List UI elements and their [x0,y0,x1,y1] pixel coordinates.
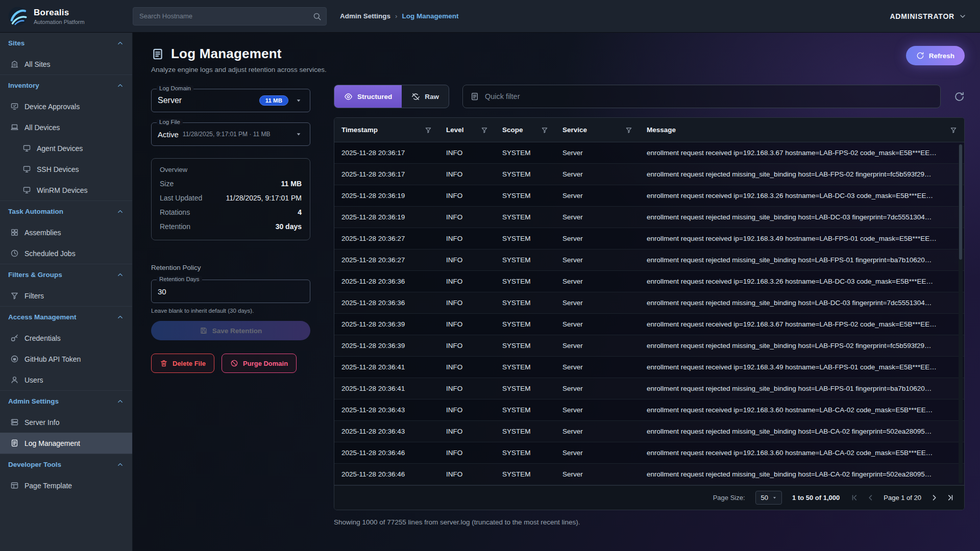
brand-name: Borealis [34,8,85,18]
log-row[interactable]: 2025-11-28 20:36:43 INFO SYSTEM Server e… [334,399,964,421]
purge-domain-button[interactable]: Purge Domain [222,354,297,373]
log-scope: SYSTEM [495,192,555,199]
caret-down-icon [293,95,304,106]
eye-off-icon [411,92,420,101]
filter-icon[interactable] [950,127,957,134]
log-level: INFO [439,363,495,371]
sidebar-section-task-automation[interactable]: Task Automation [0,201,132,222]
quick-filter-input[interactable] [485,92,933,101]
first-page-button[interactable] [850,493,860,503]
sidebar-item-label: GitHub API Token [24,355,81,363]
log-service: Server [555,385,640,392]
filter-icon[interactable] [625,127,632,134]
sidebar-item-credentials[interactable]: Credentials [0,328,132,348]
log-row[interactable]: 2025-11-28 20:36:36 INFO SYSTEM Server e… [334,271,964,292]
table-scrollbar[interactable] [959,144,963,484]
sidebar-item-github-api-token[interactable]: GitHub API Token [0,348,132,369]
save-retention-button[interactable]: Save Retention [151,321,310,340]
column-header-timestamp[interactable]: Timestamp [334,118,439,142]
page-title: Log Management [171,46,282,62]
log-row[interactable]: 2025-11-28 20:36:46 INFO SYSTEM Server e… [334,464,964,485]
log-row[interactable]: 2025-11-28 20:36:39 INFO SYSTEM Server e… [334,335,964,357]
sidebar-item-agent-devices[interactable]: Agent Devices [0,138,132,159]
log-row[interactable]: 2025-11-28 20:36:41 INFO SYSTEM Server e… [334,357,964,378]
log-row[interactable]: 2025-11-28 20:36:41 INFO SYSTEM Server e… [334,378,964,399]
retention-days-input[interactable] [158,287,304,296]
breadcrumb-admin-settings[interactable]: Admin Settings [340,12,390,20]
log-row[interactable]: 2025-11-28 20:36:19 INFO SYSTEM Server e… [334,185,964,207]
log-scope: SYSTEM [495,449,555,457]
sidebar-item-device-approvals[interactable]: Device Approvals [0,96,132,117]
sidebar-item-scheduled-jobs[interactable]: Scheduled Jobs [0,243,132,264]
log-row[interactable]: 2025-11-28 20:36:27 INFO SYSTEM Server e… [334,249,964,271]
last-page-button[interactable] [945,493,955,503]
log-row[interactable]: 2025-11-28 20:36:17 INFO SYSTEM Server e… [334,164,964,185]
log-domain-select[interactable]: Log Domain Server 11 MB [151,89,310,112]
sidebar-section-items: All Sites [0,54,132,74]
sidebar-section-developer-tools[interactable]: Developer Tools [0,454,132,475]
page-size-select[interactable]: 50 [755,491,782,505]
sidebar-item-all-sites[interactable]: All Sites [0,54,132,74]
chevron-down-icon [959,12,967,20]
column-header-level[interactable]: Level [439,118,495,142]
filter-icon[interactable] [481,127,488,134]
column-header-scope[interactable]: Scope [495,118,555,142]
delete-file-button[interactable]: Delete File [151,354,214,373]
log-row[interactable]: 2025-11-28 20:36:19 INFO SYSTEM Server e… [334,207,964,228]
sidebar-item-all-devices[interactable]: All Devices [0,117,132,138]
brand[interactable]: Borealis Automation Platform [7,6,127,27]
log-file-select[interactable]: Log File Active 11/28/2025, 9:17:01 PM ·… [151,122,310,146]
sidebar-section: Admin Settings Server Info Log Managemen… [0,390,132,454]
structured-view-button[interactable]: Structured [334,85,402,108]
sidebar-section-admin-settings[interactable]: Admin Settings [0,390,132,412]
log-row[interactable]: 2025-11-28 20:36:43 INFO SYSTEM Server e… [334,421,964,442]
log-level: INFO [439,213,495,221]
overview-row-last-updated: Last Updated 11/28/2025, 9:17:01 PM [160,194,302,202]
column-header-message[interactable]: Message [640,118,964,142]
log-scope: SYSTEM [495,256,555,264]
raw-view-button[interactable]: Raw [402,85,449,108]
sidebar-item-filters[interactable]: Filters [0,285,132,306]
breadcrumb-separator: › [395,12,398,20]
filter-icon[interactable] [425,127,432,134]
save-icon [200,327,208,335]
retention-days-field[interactable]: Retention Days [151,280,310,303]
log-row[interactable]: 2025-11-28 20:36:17 INFO SYSTEM Server e… [334,142,964,164]
retention-helper-text: Leave blank to inherit default (30 days)… [151,308,310,314]
borealis-logo-icon [7,6,29,27]
sidebar-nav: Sites All Sites Inventory Device Approva… [0,33,133,551]
column-header-service[interactable]: Service [555,118,640,142]
log-row[interactable]: 2025-11-28 20:36:36 INFO SYSTEM Server e… [334,292,964,314]
sidebar-item-users[interactable]: Users [0,369,132,390]
sidebar-item-log-management[interactable]: Log Management [0,433,132,454]
sidebar-section-label: Admin Settings [8,397,59,405]
log-row[interactable]: 2025-11-28 20:36:39 INFO SYSTEM Server e… [334,314,964,335]
search-input[interactable] [133,7,327,26]
filter-icon[interactable] [541,127,548,134]
log-service: Server [555,299,640,307]
sidebar-section-filters-groups[interactable]: Filters & Groups [0,264,132,285]
last-page-icon [945,493,955,503]
log-row[interactable]: 2025-11-28 20:36:46 INFO SYSTEM Server e… [334,442,964,464]
breadcrumb-log-management[interactable]: Log Management [402,12,459,20]
log-service: Server [555,235,640,242]
sidebar-section-inventory[interactable]: Inventory [0,74,132,96]
next-page-button[interactable] [929,493,939,503]
scrollbar-thumb[interactable] [959,144,962,260]
prev-page-button[interactable] [866,493,875,503]
sidebar-section-sites[interactable]: Sites [0,33,132,54]
sidebar-item-page-template[interactable]: Page Template [0,475,132,496]
sidebar-item-ssh-devices[interactable]: SSH Devices [0,159,132,180]
sidebar-item-server-info[interactable]: Server Info [0,412,132,433]
table-refresh-button[interactable] [954,91,965,102]
log-row[interactable]: 2025-11-28 20:36:27 INFO SYSTEM Server e… [334,228,964,249]
log-service: Server [555,406,640,414]
sidebar-item-assemblies[interactable]: Assemblies [0,222,132,243]
sidebar-item-winrm-devices[interactable]: WinRM Devices [0,180,132,201]
log-scope: SYSTEM [495,149,555,157]
sidebar-section-access-management[interactable]: Access Management [0,306,132,328]
sidebar-section: Access Management Credentials GitHub API… [0,306,132,390]
log-level: INFO [439,385,495,392]
refresh-button[interactable]: Refresh [906,46,965,65]
user-menu[interactable]: ADMINISTRATOR [890,12,967,20]
